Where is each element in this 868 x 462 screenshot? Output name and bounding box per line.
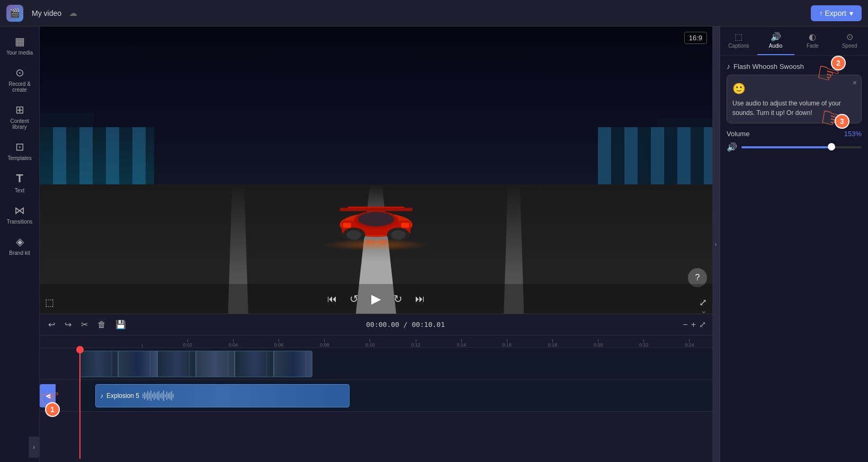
playhead[interactable] bbox=[79, 348, 80, 459]
audio-clip[interactable]: ♪ Explosion 5 bbox=[95, 384, 350, 407]
fade-tab-label: Fade bbox=[807, 43, 819, 49]
zoom-controls: − + ⤢ bbox=[683, 319, 706, 330]
help-icon: ? bbox=[695, 273, 700, 282]
video-clip[interactable] bbox=[79, 351, 312, 377]
video-track-content[interactable] bbox=[79, 348, 712, 379]
cloud-icon: ☁ bbox=[69, 8, 77, 18]
wave-bar bbox=[160, 394, 161, 398]
wave-bar bbox=[168, 393, 169, 398]
export-button[interactable]: ↑ Export ▾ bbox=[811, 5, 862, 21]
sidebar-label-text: Text bbox=[15, 188, 24, 193]
captions-button[interactable]: ⬚ bbox=[45, 297, 54, 308]
play-button[interactable]: ▶ bbox=[369, 289, 383, 308]
wave-bar bbox=[150, 390, 151, 401]
panel-expand-button[interactable]: › bbox=[712, 26, 720, 462]
audio-handle-icon: ◀ bbox=[46, 392, 50, 399]
timeline-time-display: 00:00.00 / 00:10.01 bbox=[133, 321, 677, 328]
tab-fade[interactable]: ◐ Fade bbox=[794, 26, 831, 55]
audio-tab-label: Audio bbox=[769, 43, 783, 49]
volume-thumb[interactable] bbox=[828, 143, 835, 150]
rewind-icon: ↺ bbox=[350, 293, 359, 305]
project-name[interactable]: My video bbox=[32, 9, 61, 17]
skip-forward-button[interactable]: ⏭ bbox=[413, 291, 427, 307]
clip-thumb-5 bbox=[235, 351, 273, 377]
clip-thumb-4 bbox=[196, 351, 235, 377]
speed-tab-icon: ⊙ bbox=[846, 32, 853, 42]
record-icon: ⊙ bbox=[15, 66, 24, 79]
text-icon: T bbox=[16, 172, 23, 185]
tooltip-emoji: 🙂 bbox=[732, 81, 856, 96]
fullscreen-button[interactable]: ⤢ bbox=[699, 297, 707, 308]
app-logo: 🎬 bbox=[6, 5, 23, 22]
sidebar-item-your-media[interactable]: ▦ Your media bbox=[2, 31, 38, 60]
wave-bar bbox=[142, 394, 144, 398]
app-logo-icon: 🎬 bbox=[10, 8, 20, 18]
media-icon: ▦ bbox=[15, 35, 25, 48]
ruler-mark-8: 0:16 bbox=[484, 339, 530, 348]
wave-bar bbox=[165, 394, 166, 397]
video-controls-bar: ⬚ ⏮ ↺ ▶ ↻ ⏭ ⤢ bbox=[40, 284, 712, 314]
zoom-out-button[interactable]: − bbox=[683, 320, 687, 330]
wave-bar bbox=[144, 392, 145, 399]
rewind-button[interactable]: ↺ bbox=[347, 290, 361, 307]
svg-rect-1 bbox=[339, 208, 412, 211]
templates-icon: ⊡ bbox=[15, 140, 24, 153]
panel-tabs: ⬚ Captions 🔊 Audio ◐ Fade ⊙ Speed bbox=[720, 26, 868, 56]
skip-back-icon: ⏮ bbox=[327, 294, 337, 304]
wave-bar bbox=[146, 393, 147, 398]
volume-label-text: Volume bbox=[727, 130, 749, 138]
tab-speed[interactable]: ⊙ Speed bbox=[831, 26, 868, 55]
audio-track-content[interactable]: ♪ Explosion 5 bbox=[79, 380, 712, 411]
fast-forward-button[interactable]: ↻ bbox=[391, 290, 405, 307]
undo-button[interactable]: ↩ bbox=[46, 318, 57, 331]
export-label: ↑ Export bbox=[819, 9, 846, 17]
sidebar-item-brand-kit[interactable]: ◈ Brand kit bbox=[2, 231, 38, 260]
cut-button[interactable]: ✂ bbox=[79, 318, 90, 331]
sidebar-item-transitions[interactable]: ⋈ Transitions bbox=[2, 200, 38, 229]
sidebar-item-record-create[interactable]: ⊙ Record & create bbox=[2, 62, 38, 97]
panel-content: ♪ Flash Whoosh Swoosh × 🙂 Use audio to a… bbox=[720, 56, 868, 462]
wave-bar bbox=[149, 393, 150, 399]
redo-button[interactable]: ↪ bbox=[62, 318, 74, 331]
volume-fill bbox=[741, 146, 831, 148]
play-icon: ▶ bbox=[371, 291, 381, 306]
panel-title-text: Flash Whoosh Swoosh bbox=[733, 63, 804, 70]
volume-value-text: 153% bbox=[844, 130, 862, 138]
wave-bar bbox=[152, 394, 153, 398]
sidebar-item-text[interactable]: T Text bbox=[2, 167, 38, 198]
export-chevron: ▾ bbox=[849, 9, 853, 17]
ruler-mark-2: 0:04 bbox=[210, 339, 256, 348]
delete-button[interactable]: 🗑 bbox=[95, 319, 108, 331]
video-track-row bbox=[40, 348, 712, 380]
sidebar-expand-button[interactable]: › bbox=[29, 437, 39, 458]
wave-bar bbox=[169, 392, 171, 399]
tooltip-text: Use audio to adjust the volume of your s… bbox=[732, 100, 841, 117]
save-button[interactable]: 💾 bbox=[113, 318, 128, 331]
sidebar-item-templates[interactable]: ⊡ Templates bbox=[2, 136, 38, 165]
wave-bar bbox=[147, 391, 148, 401]
svg-rect-7 bbox=[401, 223, 409, 227]
audio-clip-icon: ♪ bbox=[100, 392, 103, 399]
left-sidebar: ▦ Your media ⊙ Record & create ⊞ Content… bbox=[0, 26, 40, 462]
car-svg bbox=[336, 197, 416, 245]
wave-bar bbox=[157, 392, 158, 399]
wave-bar bbox=[171, 391, 172, 401]
right-panel: ⬚ Captions 🔊 Audio ◐ Fade ⊙ Speed ♪ Flas… bbox=[720, 26, 868, 462]
sidebar-item-content-library[interactable]: ⊞ Content library bbox=[2, 99, 38, 134]
volume-slider[interactable] bbox=[741, 146, 862, 148]
fit-to-screen-button[interactable]: ⤢ bbox=[699, 319, 706, 330]
tab-captions[interactable]: ⬚ Captions bbox=[720, 26, 757, 55]
main-area: ▦ Your media ⊙ Record & create ⊞ Content… bbox=[0, 26, 868, 462]
tab-audio[interactable]: 🔊 Audio bbox=[757, 26, 794, 55]
zoom-in-button[interactable]: + bbox=[691, 320, 696, 330]
wave-bar bbox=[155, 393, 156, 398]
tooltip-close-button[interactable]: × bbox=[853, 78, 857, 87]
fast-forward-icon: ↻ bbox=[393, 293, 402, 305]
skip-back-button[interactable]: ⏮ bbox=[325, 291, 339, 307]
content-icon: ⊞ bbox=[15, 103, 24, 116]
audio-track-row: ◀ ♪ Explosion 5 bbox=[40, 380, 712, 412]
audio-waveform bbox=[142, 390, 345, 401]
captions-tab-label: Captions bbox=[728, 43, 749, 49]
aspect-ratio-badge[interactable]: 16:9 bbox=[684, 32, 707, 44]
audio-handle[interactable]: ◀ bbox=[40, 384, 56, 407]
